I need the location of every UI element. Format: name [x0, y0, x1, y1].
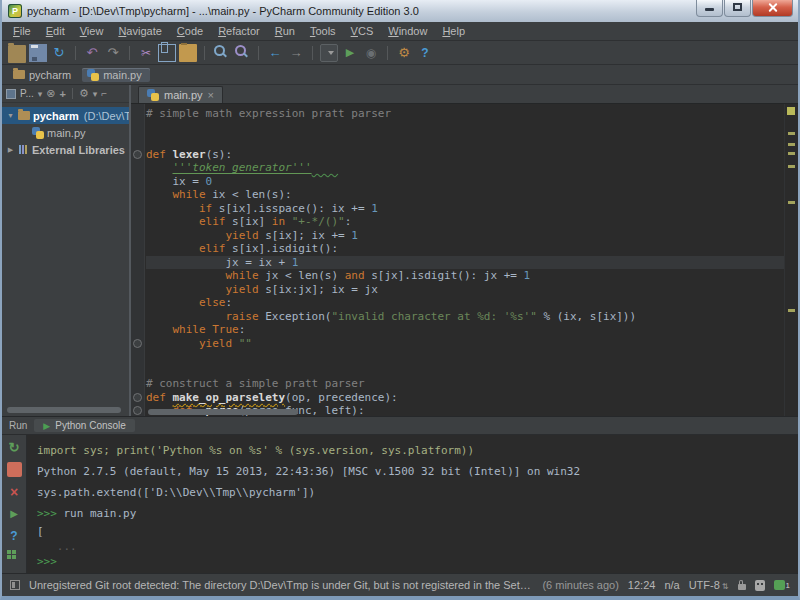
console-line: sys.path.extend(['D:\\Dev\\Tmp\\pycharm'…	[37, 482, 788, 503]
cut-icon[interactable]: ✂	[137, 44, 155, 62]
project-hscrollbar[interactable]	[7, 407, 121, 413]
nav-crumb-pycharm[interactable]: pycharm	[8, 68, 79, 82]
code-line: raise Exception("invalid character at %d…	[146, 310, 785, 324]
copy-icon[interactable]	[158, 44, 176, 62]
help-icon[interactable]: ?	[7, 528, 22, 543]
menu-item-view[interactable]: View	[73, 24, 111, 38]
hector-inspector-icon[interactable]	[755, 580, 765, 591]
maximize-icon	[733, 3, 742, 11]
close-icon[interactable]: ×	[7, 484, 22, 499]
back-icon[interactable]: ←	[266, 44, 284, 62]
menu-item-navigate[interactable]: Navigate	[111, 24, 168, 38]
toggle-toolwindows-icon[interactable]	[10, 580, 20, 590]
tab-close-icon[interactable]: ×	[208, 90, 214, 100]
editor-hscrollbar[interactable]	[148, 409, 298, 415]
resume-icon[interactable]: ▶	[7, 506, 22, 521]
paste-icon[interactable]	[179, 44, 197, 62]
lock-icon[interactable]	[738, 584, 746, 590]
fold-icon[interactable]	[133, 406, 142, 415]
event-log-icon	[774, 580, 785, 590]
stripe-warning-mark[interactable]	[788, 152, 795, 155]
fold-icon[interactable]	[133, 339, 142, 348]
stripe-warning-mark[interactable]	[788, 201, 795, 204]
open-file-icon[interactable]	[8, 45, 26, 63]
code-line	[146, 134, 785, 148]
rerun-icon[interactable]: ↻	[7, 440, 22, 455]
stripe-warning-mark[interactable]	[788, 309, 795, 312]
toolbar-separator	[258, 46, 259, 60]
undo-icon[interactable]: ↶	[83, 44, 101, 62]
line-separator-widget[interactable]: n/a	[664, 579, 679, 591]
project-view-icon[interactable]	[6, 89, 16, 99]
scrollbar-thumb[interactable]	[7, 407, 121, 413]
fold-icon[interactable]	[133, 150, 142, 159]
minimize-icon	[705, 8, 714, 11]
inspection-status-icon[interactable]	[787, 107, 795, 115]
code-area[interactable]: # simple math expression pratt parserdef…	[146, 107, 785, 416]
menu-item-file[interactable]: File	[6, 24, 38, 38]
project-view-selector[interactable]: P...	[20, 88, 34, 99]
console-line: ...	[37, 539, 788, 554]
tree-expand-arrow[interactable]: ▶	[6, 146, 15, 154]
menu-item-run[interactable]: Run	[268, 24, 302, 38]
menu-item-help[interactable]: Help	[435, 24, 472, 38]
encoding-widget[interactable]: UTF-8	[689, 579, 729, 591]
tab-label: main.py	[164, 89, 203, 101]
redo-icon[interactable]: ↷	[104, 44, 122, 62]
close-icon	[767, 2, 778, 13]
error-stripe[interactable]	[784, 104, 798, 416]
forward-icon[interactable]: →	[287, 44, 305, 62]
editor-tabbar: main.py ×	[131, 85, 798, 104]
console-output[interactable]: import sys; print('Python %s on %s' % (s…	[27, 435, 798, 573]
find-icon[interactable]	[212, 44, 230, 62]
hide-panel-icon[interactable]: ⌐	[101, 88, 107, 99]
tree-item-main-py[interactable]: main.py	[2, 124, 129, 141]
save-all-icon[interactable]	[29, 44, 47, 62]
code-editor[interactable]: # simple math expression pratt parserdef…	[131, 104, 798, 416]
tree-item-path: (D:\Dev\Tmp	[84, 110, 129, 122]
console-settings-icon[interactable]	[7, 550, 22, 565]
tree-expand-arrow[interactable]: ▼	[6, 112, 15, 119]
tree-item-external-libraries[interactable]: ▶External Libraries	[2, 141, 129, 158]
stop-icon[interactable]	[7, 462, 22, 477]
minimize-button[interactable]	[696, 0, 723, 17]
menu-item-code[interactable]: Code	[170, 24, 210, 38]
console-toolbar: ↻×▶?	[2, 435, 27, 573]
caret-down[interactable]: ▾	[38, 89, 43, 99]
title-bar[interactable]: pycharm - [D:\Dev\Tmp\pycharm] - ...\mai…	[2, 0, 798, 22]
help-icon[interactable]: ?	[416, 44, 434, 62]
caret-down[interactable]: ▾	[93, 89, 98, 99]
stripe-warning-mark[interactable]	[788, 143, 795, 146]
project-panel-header: P...▾⊗+⚙▾⌐	[2, 85, 129, 103]
menu-item-edit[interactable]: Edit	[39, 24, 72, 38]
menu-item-refactor[interactable]: Refactor	[211, 24, 267, 38]
close-circle-icon[interactable]: ⊗	[46, 87, 55, 100]
menu-item-window[interactable]: Window	[381, 24, 434, 38]
menu-item-tools[interactable]: Tools	[303, 24, 343, 38]
stripe-warning-mark[interactable]	[788, 165, 795, 168]
menu-bar: FileEditViewNavigateCodeRefactorRunTools…	[2, 22, 798, 41]
status-message[interactable]: Unregistered Git root detected: The dire…	[29, 579, 533, 591]
scrollbar-thumb[interactable]	[148, 409, 298, 415]
sync-icon[interactable]: ↻	[50, 44, 68, 62]
fold-icon[interactable]	[133, 393, 142, 402]
gear-icon[interactable]: ⚙	[79, 87, 89, 100]
settings-icon[interactable]: ⚙	[395, 44, 413, 62]
notification-icon[interactable]: 1	[774, 580, 790, 590]
nav-crumb-main-py[interactable]: main.py	[82, 68, 150, 82]
maximize-button[interactable]	[724, 0, 751, 17]
run-config-select[interactable]	[320, 44, 338, 62]
stripe-warning-mark[interactable]	[788, 132, 795, 135]
console-tab-label: Python Console	[55, 420, 126, 431]
tab-python-console[interactable]: Python Console	[34, 419, 135, 432]
menu-item-vcs[interactable]: VCS	[344, 24, 381, 38]
debug-icon[interactable]: ◉	[362, 44, 380, 62]
tree-item-pycharm[interactable]: ▼pycharm (D:\Dev\Tmp	[2, 107, 129, 124]
toolbar-separator	[129, 46, 130, 60]
locate-icon[interactable]: +	[59, 88, 65, 100]
replace-icon[interactable]	[233, 44, 251, 62]
close-button[interactable]	[752, 0, 793, 17]
run-icon[interactable]: ▶	[341, 44, 359, 62]
caret-position-widget[interactable]: 12:24	[628, 579, 656, 591]
tab-main-py[interactable]: main.py ×	[138, 86, 223, 103]
